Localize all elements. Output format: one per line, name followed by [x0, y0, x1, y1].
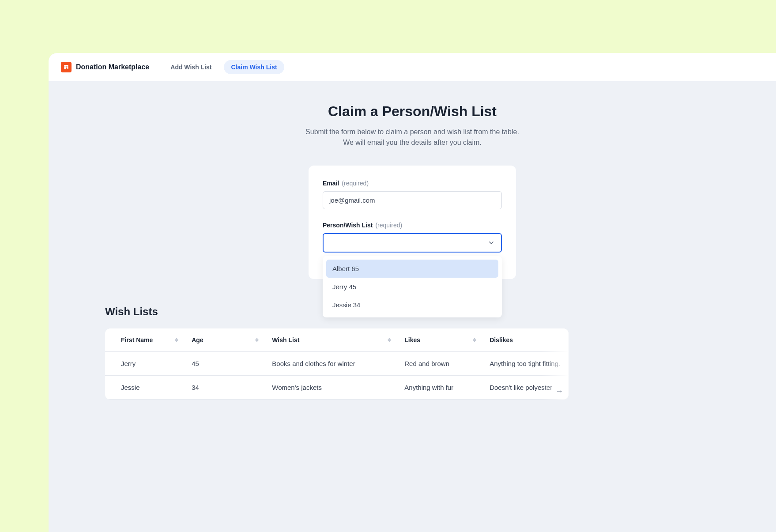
main-content: Claim a Person/Wish List Submit the form…	[49, 81, 776, 400]
form-card: Email (required) Person/Wish List (requi…	[309, 166, 516, 279]
sort-icon	[388, 338, 391, 342]
person-select-wrapper: Albert 65 Jerry 45 Jessie 34	[323, 233, 502, 253]
nav-add-wish-list[interactable]: Add Wish List	[163, 60, 218, 74]
table-row[interactable]: Jessie 34 Women's jackets Anything with …	[105, 376, 569, 400]
wishlists-table-card: First Name Age	[105, 328, 569, 400]
email-label: Email (required)	[323, 180, 502, 187]
brand-icon	[61, 62, 72, 72]
email-input[interactable]	[323, 191, 502, 209]
header-bar: Donation Marketplace Add Wish List Claim…	[49, 53, 776, 81]
person-form-group: Person/Wish List (required) Albert 65 Je…	[323, 222, 502, 253]
nav-links: Add Wish List Claim Wish List	[163, 60, 284, 74]
brand[interactable]: Donation Marketplace	[61, 62, 149, 72]
dropdown-option-jerry[interactable]: Jerry 45	[326, 278, 498, 296]
chevron-down-icon	[488, 239, 495, 246]
cell-firstname: Jerry	[105, 352, 185, 376]
dropdown-option-jessie[interactable]: Jessie 34	[326, 296, 498, 314]
person-label-text: Person/Wish List	[323, 222, 373, 229]
email-label-text: Email	[323, 180, 339, 187]
text-cursor	[330, 239, 330, 247]
scroll-right-arrow[interactable]: →	[555, 387, 563, 396]
person-select[interactable]	[323, 233, 502, 253]
nav-claim-wish-list[interactable]: Claim Wish List	[224, 60, 284, 74]
column-header-dislikes[interactable]: Dislikes	[483, 328, 569, 352]
brand-name: Donation Marketplace	[76, 63, 149, 71]
table-header-row: First Name Age	[105, 328, 569, 352]
cell-dislikes: Anything too tight fitting.	[483, 352, 569, 376]
cell-likes: Red and brown	[398, 352, 483, 376]
dropdown-option-albert[interactable]: Albert 65	[326, 260, 498, 278]
table-row[interactable]: Jerry 45 Books and clothes for winter Re…	[105, 352, 569, 376]
person-required-text: (required)	[375, 222, 402, 229]
cell-age: 34	[185, 376, 266, 400]
email-required-text: (required)	[342, 180, 369, 187]
sort-icon	[175, 338, 178, 342]
column-header-firstname[interactable]: First Name	[105, 328, 185, 352]
column-header-age[interactable]: Age	[185, 328, 266, 352]
cell-age: 45	[185, 352, 266, 376]
cell-firstname: Jessie	[105, 376, 185, 400]
sort-icon	[473, 338, 476, 342]
column-header-likes[interactable]: Likes	[398, 328, 483, 352]
person-label: Person/Wish List (required)	[323, 222, 502, 229]
column-header-wishlist[interactable]: Wish List	[266, 328, 398, 352]
sort-icon	[255, 338, 259, 342]
cell-wishlist: Women's jackets	[266, 376, 398, 400]
page-title: Claim a Person/Wish List	[49, 103, 776, 120]
email-form-group: Email (required)	[323, 180, 502, 209]
cell-likes: Anything with fur	[398, 376, 483, 400]
wishlists-table: First Name Age	[105, 328, 569, 400]
app-window: Donation Marketplace Add Wish List Claim…	[49, 53, 776, 532]
cell-wishlist: Books and clothes for winter	[266, 352, 398, 376]
page-subtitle: Submit the form below to claim a person …	[302, 127, 523, 148]
person-dropdown-menu: Albert 65 Jerry 45 Jessie 34	[323, 256, 502, 317]
